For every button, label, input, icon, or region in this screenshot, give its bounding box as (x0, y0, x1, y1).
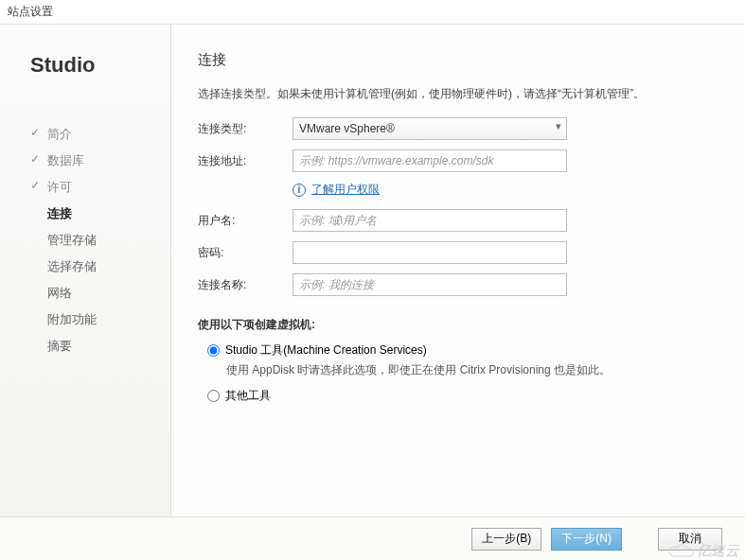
nav-item-license[interactable]: 许可 (30, 174, 159, 201)
perm-link-row: i 了解用户权限 (293, 182, 711, 198)
nav-item-manage-storage[interactable]: 管理存储 (30, 227, 159, 254)
conn-name-input[interactable] (293, 273, 567, 296)
wizard-body: Studio 简介 数据库 许可 连接 管理存储 选择存储 网络 附加功能 摘要… (0, 25, 745, 535)
footer: 上一步(B) 下一步(N) 取消 (0, 516, 745, 560)
perm-link[interactable]: 了解用户权限 (311, 182, 380, 198)
conn-addr-input[interactable] (293, 149, 567, 172)
nav-item-select-storage[interactable]: 选择存储 (30, 254, 159, 280)
radio-other-tools-label: 其他工具 (225, 388, 271, 404)
intro-text: 选择连接类型。如果未使用计算机管理(例如，使用物理硬件时)，请选择“无计算机管理… (198, 86, 711, 102)
username-input[interactable] (293, 209, 567, 232)
label-conn-type: 连接类型: (198, 121, 293, 137)
label-conn-addr: 连接地址: (198, 153, 293, 169)
label-username: 用户名: (198, 213, 293, 229)
row-conn-name: 连接名称: (198, 273, 711, 296)
page-heading: 连接 (198, 51, 711, 69)
row-conn-addr: 连接地址: (198, 149, 711, 172)
nav-item-addons[interactable]: 附加功能 (30, 306, 159, 333)
radio-studio-tools-label: Studio 工具(Machine Creation Services) (225, 342, 427, 359)
radio-studio-tools-input[interactable] (207, 344, 220, 357)
row-conn-type: 连接类型: VMware vSphere® (198, 117, 711, 140)
vm-section-title: 使用以下项创建虚拟机: (198, 317, 711, 333)
radio-other-tools[interactable]: 其他工具 (198, 388, 711, 404)
radio-studio-tools-desc: 使用 AppDisk 时请选择此选项，即使正在使用 Citrix Provisi… (226, 362, 711, 378)
nav-item-intro[interactable]: 简介 (30, 121, 159, 148)
row-username: 用户名: (198, 209, 711, 232)
nav-item-network[interactable]: 网络 (30, 280, 159, 306)
cancel-button[interactable]: 取消 (658, 528, 722, 551)
password-input[interactable] (293, 241, 567, 264)
radio-other-tools-input[interactable] (207, 390, 220, 402)
main-panel: 连接 选择连接类型。如果未使用计算机管理(例如，使用物理硬件时)，请选择“无计算… (170, 25, 745, 535)
sidebar: Studio 简介 数据库 许可 连接 管理存储 选择存储 网络 附加功能 摘要 (0, 25, 170, 535)
info-icon: i (293, 184, 306, 197)
label-conn-name: 连接名称: (198, 277, 293, 293)
radio-studio-tools[interactable]: Studio 工具(Machine Creation Services) (198, 342, 711, 359)
next-button[interactable]: 下一步(N) (551, 528, 622, 551)
nav-item-database[interactable]: 数据库 (30, 148, 159, 174)
app-logo: Studio (30, 53, 159, 78)
row-password: 密码: (198, 241, 711, 264)
back-button[interactable]: 上一步(B) (471, 528, 541, 551)
nav-item-connection[interactable]: 连接 (30, 201, 159, 227)
conn-type-select[interactable]: VMware vSphere® (293, 117, 567, 140)
label-password: 密码: (198, 245, 293, 261)
conn-type-select-wrap[interactable]: VMware vSphere® (293, 117, 567, 140)
nav-item-summary[interactable]: 摘要 (30, 333, 159, 359)
window-title: 站点设置 (0, 0, 745, 25)
